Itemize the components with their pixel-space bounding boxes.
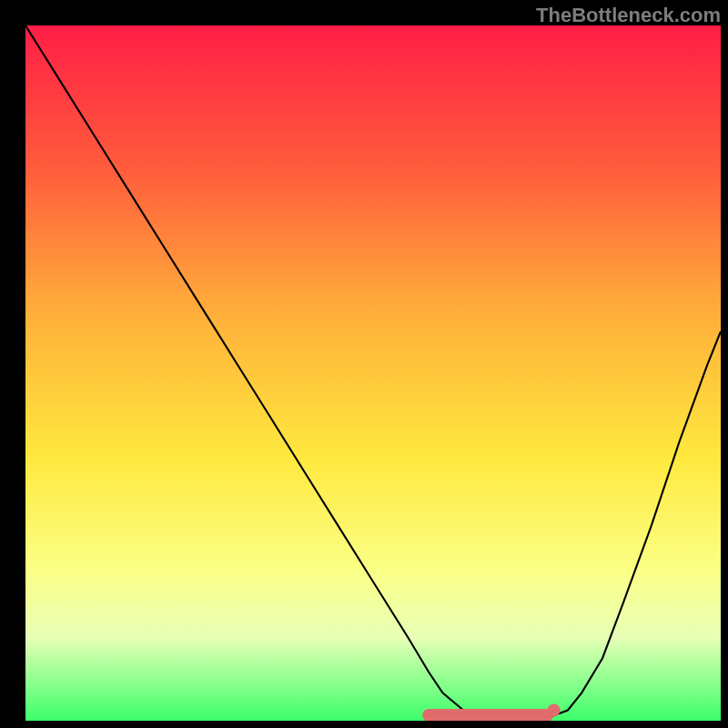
curve-svg xyxy=(25,25,721,721)
chart-frame: TheBottleneck.com xyxy=(0,0,728,728)
plot-area xyxy=(25,25,721,721)
optimal-point xyxy=(548,704,561,717)
watermark-text: TheBottleneck.com xyxy=(536,4,721,27)
bottleneck-curve xyxy=(25,25,721,720)
